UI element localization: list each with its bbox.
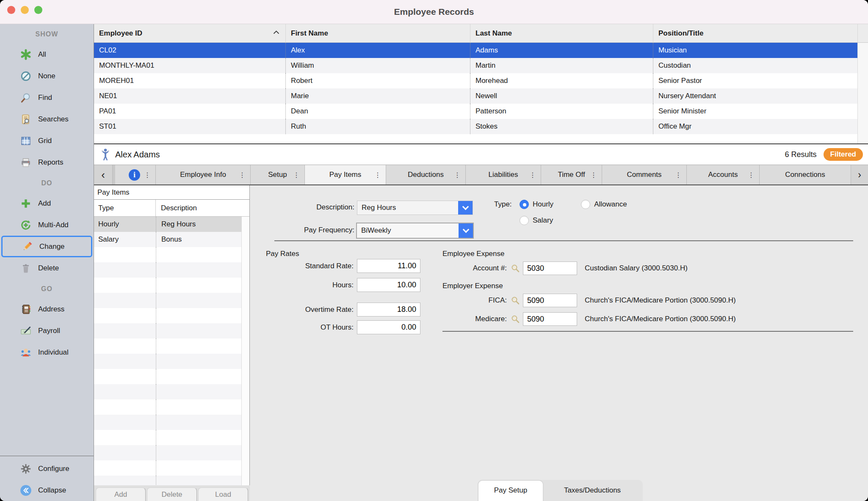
load-pay-item-button[interactable]: Load	[198, 487, 248, 501]
tab-accounts[interactable]: Accounts ⋮	[687, 165, 760, 184]
hours-field[interactable]	[357, 278, 420, 292]
sidebar-item-searches[interactable]: Searches	[0, 108, 94, 130]
table-row[interactable]: NE01 Marie Newell Nursery Attendant	[94, 88, 857, 104]
sidebar-item-add[interactable]: Add	[0, 193, 94, 214]
zoom-window-button[interactable]	[34, 6, 42, 14]
sidebar-item-delete[interactable]: Delete	[0, 257, 94, 279]
fica-description: Church's FICA/Medicare Portion (3000.509…	[585, 296, 736, 305]
radio-salary[interactable]	[520, 216, 529, 225]
radio-hourly[interactable]	[520, 200, 529, 209]
tab-pay-setup[interactable]: Pay Setup	[478, 481, 543, 501]
medicare-lookup-icon[interactable]	[510, 314, 520, 324]
sidebar-item-individual[interactable]: Individual	[0, 341, 94, 363]
tab-options-icon[interactable]: ⋮	[748, 171, 755, 179]
tabs-back-button[interactable]: ‹	[94, 165, 113, 184]
delete-pay-item-button[interactable]: Delete	[147, 487, 197, 501]
standard-rate-field[interactable]	[357, 259, 420, 273]
minimize-window-button[interactable]	[21, 6, 29, 14]
fica-account-field[interactable]	[523, 294, 577, 307]
fica-lookup-icon[interactable]	[510, 295, 520, 306]
magnifier-icon	[19, 92, 32, 104]
column-header-description[interactable]: Description	[156, 204, 249, 212]
sidebar-item-collapse[interactable]: Collapse	[0, 479, 94, 501]
sidebar-item-change[interactable]: Change	[1, 236, 92, 257]
pay-items-scrollbar[interactable]	[241, 217, 249, 485]
column-header-type[interactable]: Type	[94, 200, 156, 216]
expenses-divider	[442, 331, 853, 332]
tab-options-icon[interactable]: ⋮	[374, 171, 381, 179]
pay-frequency-dropdown[interactable]: BiWeekly	[356, 223, 474, 239]
list-item[interactable]: Salary Bonus	[94, 232, 241, 247]
tab-options-icon[interactable]: ⋮	[144, 171, 151, 179]
table-scrollbar[interactable]	[857, 43, 868, 143]
sidebar-item-label: All	[38, 50, 46, 59]
list-item[interactable]: Hourly Reg Hours	[94, 217, 241, 232]
no-circle-icon	[19, 70, 32, 82]
sidebar-item-label: Searches	[38, 115, 69, 124]
tab-options-icon[interactable]: ⋮	[293, 171, 300, 179]
radio-allowance[interactable]	[581, 200, 590, 209]
table-row[interactable]: PA01 Dean Patterson Senior Minister	[94, 104, 857, 119]
account-lookup-icon[interactable]	[510, 263, 520, 273]
record-header: Alex Adams 6 Results Filtered	[94, 144, 868, 165]
sidebar-item-reports[interactable]: Reports	[0, 151, 94, 173]
sidebar-item-all[interactable]: All	[0, 44, 94, 65]
employee-table-header: Employee ID First Name Last Name Positio…	[94, 24, 868, 43]
hours-label: Hours:	[250, 281, 354, 289]
pay-items-actions: Add Delete Load	[94, 485, 250, 501]
medicare-account-field[interactable]	[523, 312, 577, 326]
tab-comments[interactable]: Comments ⋮	[602, 165, 687, 184]
pencil-icon	[21, 241, 33, 253]
sidebar-item-configure[interactable]: Configure	[0, 458, 94, 479]
account-number-field[interactable]	[523, 262, 577, 275]
sidebar-item-grid[interactable]: Grid	[0, 130, 94, 151]
table-row[interactable]: CL02 Alex Adams Musician	[94, 43, 857, 58]
tab-options-icon[interactable]: ⋮	[529, 171, 536, 179]
tabs-forward-button[interactable]: ›	[851, 165, 868, 184]
table-row[interactable]: MONTHLY-MA01 William Martin Custodian	[94, 58, 857, 73]
tab-time-off[interactable]: Time Off ⋮	[541, 165, 602, 184]
tab-employee-info[interactable]: Employee Info ⋮	[156, 165, 251, 184]
ot-hours-field[interactable]	[357, 320, 420, 334]
tab-pay-items[interactable]: Pay Items ⋮	[305, 165, 386, 184]
account-number-label: Account #:	[442, 264, 507, 273]
pay-item-form: Description: Reg Hours Pay Frequency: Bi…	[250, 185, 868, 501]
tab-options-icon[interactable]: ⋮	[590, 171, 597, 179]
sidebar-item-label: Collapse	[38, 486, 66, 495]
standard-rate-label: Standard Rate:	[250, 262, 354, 270]
chevron-down-icon[interactable]	[458, 201, 473, 215]
add-pay-item-button[interactable]: Add	[96, 487, 146, 501]
column-header-first-name[interactable]: First Name	[285, 24, 470, 42]
table-row[interactable]: ST01 Ruth Stokes Office Mgr	[94, 119, 857, 134]
table-row[interactable]: MOREH01 Robert Morehead Senior Pastor	[94, 73, 857, 88]
pay-rates-heading: Pay Rates	[266, 250, 299, 258]
tab-taxes-deductions[interactable]: Taxes/Deductions	[543, 481, 642, 501]
sidebar-item-multi-add[interactable]: Multi-Add	[0, 214, 94, 236]
column-header-employee-id[interactable]: Employee ID	[94, 24, 285, 42]
tab-options-icon[interactable]: ⋮	[239, 171, 246, 179]
sidebar-item-none[interactable]: None	[0, 65, 94, 87]
description-dropdown[interactable]: Reg Hours	[357, 201, 473, 215]
column-header-position-title[interactable]: Position/Title	[653, 24, 857, 42]
sidebar-item-payroll[interactable]: Payroll	[0, 320, 94, 341]
tab-options-icon[interactable]: ⋮	[675, 171, 682, 179]
overtime-rate-field[interactable]	[357, 303, 420, 317]
filtered-badge[interactable]: Filtered	[824, 148, 863, 161]
tab-deductions[interactable]: Deductions ⋮	[386, 165, 466, 184]
description-label: Description:	[250, 203, 354, 212]
results-count: 6 Results	[785, 150, 817, 159]
close-window-button[interactable]	[7, 6, 15, 14]
medicare-label: Medicare:	[442, 315, 507, 323]
chevron-down-icon[interactable]	[459, 223, 473, 238]
tab-connections[interactable]: Connections	[760, 165, 851, 184]
tab-info[interactable]: i ⋮	[115, 165, 156, 184]
tab-setup[interactable]: Setup ⋮	[251, 165, 305, 184]
tab-liabilities[interactable]: Liabilities ⋮	[466, 165, 541, 184]
sidebar-item-address[interactable]: Address	[0, 298, 94, 320]
sidebar-item-find[interactable]: Find	[0, 87, 94, 108]
sidebar-item-label: Reports	[38, 158, 64, 167]
pay-items-title: Pay Items	[94, 185, 249, 200]
tab-options-icon[interactable]: ⋮	[454, 171, 461, 179]
titlebar: Employee Records	[0, 0, 868, 24]
column-header-last-name[interactable]: Last Name	[470, 24, 653, 42]
